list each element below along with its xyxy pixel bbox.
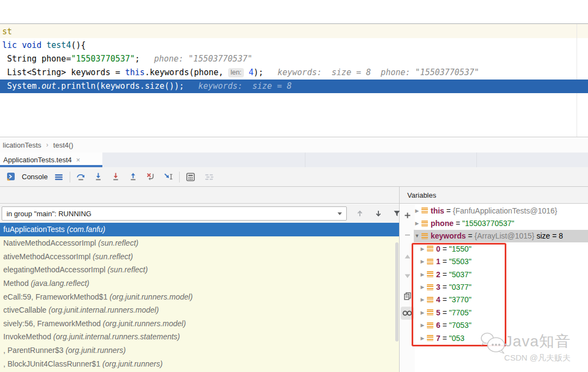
debugger-tab-strip: ApplicationTests.test4 × bbox=[0, 153, 588, 167]
frame-package: (sun.reflect) bbox=[98, 239, 138, 247]
variable-row[interactable]: ▶phone = "15503770537" bbox=[414, 217, 588, 229]
frame-package: (org.junit.runners) bbox=[102, 359, 163, 368]
frame-row[interactable]: NativeMethodAccessorImpl (sun.reflect) bbox=[0, 236, 399, 250]
code-token: List<String> keywords = bbox=[2, 68, 125, 77]
trace-stream-icon[interactable] bbox=[201, 170, 217, 184]
frame-class: elegatingMethodAccessorImpl bbox=[3, 265, 107, 274]
equals-sign: = bbox=[466, 231, 475, 240]
frame-row[interactable]: , BlockJUnit4ClassRunner$1 (org.junit.ru… bbox=[0, 357, 399, 370]
frame-class: ctiveCallable bbox=[3, 306, 48, 314]
frame-class: fuApplicationTests bbox=[3, 225, 67, 234]
frame-package: (sun.reflect) bbox=[107, 265, 148, 274]
code-token: String phone= bbox=[2, 54, 71, 64]
frame-row[interactable]: eCall:59, FrameworkMethod$1 (org.junit.r… bbox=[0, 290, 399, 303]
code-token: this bbox=[125, 68, 145, 77]
frame-package: (org.junit.runners) bbox=[65, 346, 126, 355]
code-editor[interactable]: stlic void test4(){ String phone="155037… bbox=[0, 24, 588, 137]
equals-sign: = bbox=[454, 219, 462, 228]
drop-frame-icon[interactable] bbox=[143, 170, 158, 184]
variable-list-icon bbox=[421, 221, 428, 227]
collapse-arrow-icon[interactable]: ▼ bbox=[414, 233, 420, 239]
frame-package: (org.junit.internal.runners.model) bbox=[48, 306, 158, 314]
code-token: System. bbox=[2, 81, 41, 91]
code-token: len: bbox=[228, 68, 243, 77]
variable-name: this bbox=[431, 206, 444, 215]
breadcrumb-method[interactable]: test4() bbox=[53, 141, 74, 149]
dropdown-caret-icon bbox=[338, 212, 342, 215]
console-tab-label[interactable]: Console bbox=[22, 173, 48, 181]
code-line[interactable]: List<String> keywords = this.keywords(ph… bbox=[0, 66, 588, 80]
panel-header-row: Variables bbox=[0, 186, 588, 204]
editor-top-empty-area bbox=[0, 0, 588, 23]
debug-console-icon[interactable] bbox=[3, 170, 19, 184]
step-into-icon[interactable] bbox=[91, 170, 106, 184]
code-line[interactable]: String phone="15503770537";phone: "15503… bbox=[0, 52, 588, 66]
frames-list[interactable]: fuApplicationTests (com.fanfu)NativeMeth… bbox=[0, 223, 399, 372]
variable-name: keywords bbox=[431, 231, 466, 240]
frame-package: (java.lang.reflect) bbox=[31, 279, 89, 288]
expand-arrow-icon[interactable]: ▶ bbox=[414, 208, 420, 214]
frame-package: (org.junit.internal.runners.statements) bbox=[53, 332, 180, 341]
frame-class: , BlockJUnit4ClassRunner$1 bbox=[3, 359, 102, 368]
debug-toolbar: Console bbox=[0, 167, 588, 186]
frame-row[interactable]: ativeMethodAccessorImpl (sun.reflect) bbox=[0, 249, 399, 263]
frame-class: Method bbox=[3, 279, 31, 288]
variable-row[interactable]: ▼keywords = {ArrayList@1015} size = 8 bbox=[414, 230, 588, 242]
frame-row[interactable]: elegatingMethodAccessorImpl (sun.reflect… bbox=[0, 263, 399, 277]
expand-arrow-icon[interactable]: ▶ bbox=[414, 221, 420, 226]
variable-value: "15503770537" bbox=[462, 219, 514, 228]
frame-class: eCall:59, FrameworkMethod$1 bbox=[3, 292, 109, 301]
breadcrumb-class[interactable]: licationTests bbox=[3, 141, 41, 149]
variable-row[interactable]: ▶this = {FanfuApplicationTests@1016} bbox=[414, 204, 588, 217]
threads-toolbar: in group "main": RUNNING bbox=[0, 204, 399, 223]
tab-label: ApplicationTests.test4 bbox=[3, 156, 72, 164]
thread-up-icon[interactable] bbox=[351, 206, 369, 221]
variable-name: phone bbox=[431, 219, 454, 228]
frame-row[interactable]: InvokeMethod (org.junit.internal.runners… bbox=[0, 330, 399, 344]
variable-list-icon bbox=[421, 208, 428, 214]
frame-row[interactable]: ctiveCallable (org.junit.internal.runner… bbox=[0, 303, 399, 317]
tab-applicationtests-test4[interactable]: ApplicationTests.test4 × bbox=[0, 153, 102, 167]
code-token bbox=[244, 68, 249, 77]
code-token: .println(keywords.size()); bbox=[56, 81, 184, 91]
toolbar-separator bbox=[179, 172, 180, 182]
hamburger-menu-icon[interactable] bbox=[51, 170, 66, 184]
code-line[interactable]: st bbox=[0, 25, 588, 39]
thread-down-icon[interactable] bbox=[369, 206, 388, 221]
code-token: test4 bbox=[46, 40, 71, 50]
frame-class: sively:56, FrameworkMethod bbox=[3, 319, 103, 328]
step-out-icon[interactable] bbox=[126, 170, 141, 184]
frame-row[interactable]: , ParentRunner$3 (org.junit.runners) bbox=[0, 344, 399, 357]
frame-row[interactable]: sively:56, FrameworkMethod (org.junit.ru… bbox=[0, 316, 399, 330]
run-to-cursor-icon[interactable] bbox=[161, 170, 176, 184]
variable-value: {ArrayList@1015} bbox=[475, 231, 535, 240]
code-line[interactable]: lic void test4(){ bbox=[0, 39, 588, 52]
code-token: .keywords(phone, bbox=[145, 68, 229, 77]
step-over-icon[interactable] bbox=[74, 170, 89, 184]
tabstrip-divider bbox=[476, 153, 477, 167]
breadcrumb-separator-icon: › bbox=[46, 141, 48, 149]
frame-row[interactable]: fuApplicationTests (com.fanfu) bbox=[0, 223, 399, 236]
remove-watch-icon[interactable] bbox=[401, 228, 414, 241]
toolbar-separator bbox=[70, 172, 70, 182]
add-watch-icon[interactable] bbox=[401, 209, 414, 222]
evaluate-expression-icon[interactable] bbox=[183, 170, 198, 184]
frame-class: InvokeMethod bbox=[3, 332, 53, 341]
thread-selector-value: in group "main": RUNNING bbox=[7, 210, 91, 218]
execution-point-line[interactable]: System.out.println(keywords.size());keyw… bbox=[0, 80, 588, 93]
variables-panel-title: Variables bbox=[407, 191, 436, 199]
variable-size-suffix: size = 8 bbox=[535, 231, 564, 240]
code-token: 4 bbox=[249, 68, 254, 77]
frames-scrollbar[interactable] bbox=[395, 242, 399, 341]
chat-bubbles-icon bbox=[478, 330, 509, 359]
frame-package: (org.junit.runners.model) bbox=[103, 319, 186, 328]
equals-sign: = bbox=[444, 206, 453, 215]
frame-row[interactable]: Method (java.lang.reflect) bbox=[0, 277, 399, 290]
thread-selector-dropdown[interactable]: in group "main": RUNNING bbox=[2, 206, 347, 221]
tab-close-icon[interactable]: × bbox=[76, 156, 81, 164]
code-token: (){ bbox=[71, 40, 85, 50]
inline-debugger-hint: phone: "15503770537" bbox=[154, 54, 253, 64]
tabstrip-divider bbox=[305, 153, 305, 167]
frame-class: NativeMethodAccessorImpl bbox=[3, 239, 98, 247]
force-step-into-icon[interactable] bbox=[108, 170, 124, 184]
